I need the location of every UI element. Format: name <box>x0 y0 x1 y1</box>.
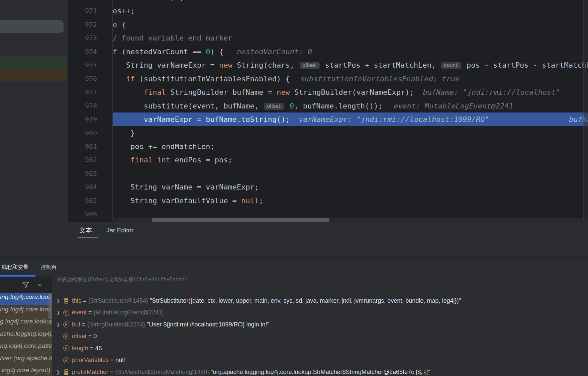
frame-row[interactable]: ng.log4j.core.patte <box>0 342 52 354</box>
code-line-973[interactable]: 973/ found variable end marker <box>68 31 588 45</box>
code-line-972[interactable]: 972e { <box>68 18 588 31</box>
code-line-978[interactable]: 978 substitute(event, bufName, offset: 0… <box>68 99 588 113</box>
variables-panel: ❯this = {StrSubstitutor@1454} "StrSubsti… <box>52 293 588 376</box>
gutter-line-number[interactable]: 985 <box>68 194 113 208</box>
gutter-line-number[interactable] <box>68 0 113 4</box>
expand-chevron-icon[interactable]: ❯ <box>55 322 61 327</box>
left-panel-selected-item[interactable] <box>0 20 64 33</box>
chevron-down-icon[interactable] <box>37 283 43 287</box>
editor-horizontal-scrollbar-thumb[interactable] <box>152 218 329 222</box>
code-line-981[interactable]: 981 pos += endMatchLen; <box>68 140 588 153</box>
panel-divider-strip <box>0 238 588 258</box>
tab-jar-editor[interactable]: Jar Editor <box>106 222 133 238</box>
gutter-line-number[interactable]: 986 <box>68 207 113 221</box>
gutter-line-number[interactable]: 975 <box>68 58 113 72</box>
frame-row[interactable]: ing.log4j.core.look <box>0 306 52 318</box>
gutter-line-number[interactable]: 974 <box>68 45 113 59</box>
gutter-line-number[interactable]: 973 <box>68 31 113 45</box>
gutter-line-number[interactable]: 972 <box>68 18 113 31</box>
tab-threads-and-variables[interactable]: 线程和变量 <box>2 258 28 277</box>
tab-text-active-underline <box>78 237 98 238</box>
code-line-985[interactable]: 985 String varDefaultValue = null; <box>68 194 588 208</box>
code-text[interactable]: f (nestedVarCount == 0) {nestedVarCount:… <box>113 45 588 59</box>
code-text[interactable]: String varNameExpr = new String(chars, o… <box>113 58 588 72</box>
variable-row[interactable]: ❯this = {StrSubstitutor@1454} "StrSubsti… <box>52 295 588 307</box>
frames-toolbar <box>0 277 52 293</box>
gutter-line-number[interactable]: 982 <box>68 153 113 167</box>
variable-text: offset = 0 <box>72 333 97 340</box>
code-text[interactable]: final int endPos = pos; <box>113 153 588 167</box>
frame-row[interactable]: .log4j.core.layout) <box>0 367 52 376</box>
frame-row[interactable]: ing.log4j.core.look <box>0 293 52 305</box>
debugger-inline-value: nestedVarCount: 0 <box>237 48 312 56</box>
expand-chevron-icon[interactable]: ❯ <box>55 310 61 315</box>
frames-list: ing.log4j.core.looking.log4j.core.lookg.… <box>0 293 52 376</box>
expand-chevron-icon[interactable]: ❯ <box>55 298 61 303</box>
code-text[interactable]: } <box>113 126 588 140</box>
variable-row[interactable]: ❯prefixMatcher = {StrMatcher$StringMatch… <box>52 366 588 376</box>
code-line-979[interactable]: 979 varNameExpr = bufName.toString();var… <box>68 112 588 126</box>
code-text[interactable]: substitute(event, bufName, offset: 0, bu… <box>113 99 588 113</box>
frame-row[interactable]: lizer (org.apache.lo <box>0 355 52 367</box>
variable-text: length = 46 <box>72 345 102 352</box>
code-text[interactable]: varNameExpr = bufName.toString();varName… <box>113 112 588 126</box>
code-text[interactable]: String varDefaultValue = null; <box>113 194 588 208</box>
gutter-line-number[interactable]: 976 <box>68 72 113 86</box>
gutter-line-number[interactable]: 977 <box>68 85 113 99</box>
variable-row[interactable]: ❯Pevent = {MutableLogEvent@2241} <box>52 307 588 319</box>
parameter-icon: P <box>63 345 70 351</box>
debugger-inline-value: varNameExpr: "jndi:rmi://localhost:1099/… <box>299 115 489 124</box>
variable-text: this = {StrSubstitutor@1454} "StrSubstit… <box>72 297 461 304</box>
code-text[interactable]: pos += endMatchLen; <box>113 140 588 153</box>
expand-chevron-icon[interactable]: ❯ <box>55 370 61 375</box>
frames-scrollbar-thumb[interactable] <box>48 293 52 319</box>
debugger-inline-value: bufName: "jndi:rmi://localhost" <box>423 88 560 96</box>
variable-row[interactable]: ❯Pbuf = {StringBuilder@2253} "User ${jnd… <box>52 318 588 330</box>
tab-text-view[interactable]: 文本 <box>79 222 92 238</box>
left-tool-panel <box>0 0 68 239</box>
variable-row[interactable]: PpriorVariables = null <box>52 354 588 366</box>
code-text[interactable]: if (substitutionInVariablesEnabled) {sub… <box>113 72 588 86</box>
code-text[interactable]: e { <box>113 18 588 31</box>
code-line-974[interactable]: 974f (nestedVarCount == 0) {nestedVarCou… <box>68 45 588 59</box>
evaluate-expression-input[interactable]: 对表达式求值(Enter)或添加监视(Ctrl+Shift+Enter) <box>52 277 588 293</box>
code-text[interactable]: ) { <box>113 0 588 4</box>
code-line-partial[interactable]: ) { <box>68 0 588 4</box>
frame-row[interactable]: ache.logging.log4j. <box>0 330 52 342</box>
code-text[interactable]: final StringBuilder bufName = new String… <box>113 85 588 99</box>
gutter-line-number[interactable]: 978 <box>68 99 113 113</box>
filter-icon[interactable] <box>22 282 29 288</box>
code-line-983[interactable]: 983 <box>68 167 588 180</box>
editor-view-tabstrip: 文本 Jar Editor <box>68 222 588 238</box>
gutter-line-number[interactable]: 971 <box>68 4 113 18</box>
left-panel-green-row[interactable] <box>0 56 68 69</box>
variable-row[interactable]: Plength = 46 <box>52 342 588 354</box>
inlay-param-hint: offset: <box>264 103 284 110</box>
gutter-line-number[interactable]: 980 <box>68 126 113 140</box>
tab-console[interactable]: 控制台 <box>41 258 57 277</box>
gutter-line-number[interactable]: 983 <box>68 167 113 180</box>
frame-row[interactable]: g.log4j.core.lookup <box>0 318 52 330</box>
variable-text: event = {MutableLogEvent@2241} <box>72 309 164 316</box>
code-line-980[interactable]: 980 } <box>68 126 588 140</box>
code-line-976[interactable]: 976 if (substitutionInVariablesEnabled) … <box>68 72 588 86</box>
gutter-line-number[interactable]: 984 <box>68 180 113 194</box>
editor-vertical-scrollbar[interactable] <box>583 0 588 222</box>
object-stack-icon <box>63 298 70 304</box>
code-line-984[interactable]: 984 String varName = varNameExpr; <box>68 180 588 194</box>
code-line-975[interactable]: 975 String varNameExpr = new String(char… <box>68 58 588 72</box>
code-text[interactable]: String varName = varNameExpr; <box>113 180 588 194</box>
ide-window: { "colors": { "editor_bg": "#1e1f22", "p… <box>0 0 588 376</box>
code-text[interactable]: / found variable end marker <box>113 31 588 45</box>
code-text[interactable]: os++; <box>113 4 588 18</box>
code-text[interactable] <box>113 167 588 180</box>
variable-row[interactable]: Poffset = 0 <box>52 330 588 343</box>
inlay-param-hint: offset: <box>300 62 319 69</box>
code-editor[interactable]: ) {971os++;972e {973/ found variable end… <box>68 0 588 222</box>
code-line-971[interactable]: 971os++; <box>68 4 588 18</box>
left-panel-brown-row[interactable] <box>0 69 68 81</box>
code-line-977[interactable]: 977 final StringBuilder bufName = new St… <box>68 85 588 99</box>
gutter-line-number[interactable]: 979 <box>68 112 113 126</box>
code-line-982[interactable]: 982 final int endPos = pos; <box>68 153 588 167</box>
gutter-line-number[interactable]: 981 <box>68 140 113 153</box>
